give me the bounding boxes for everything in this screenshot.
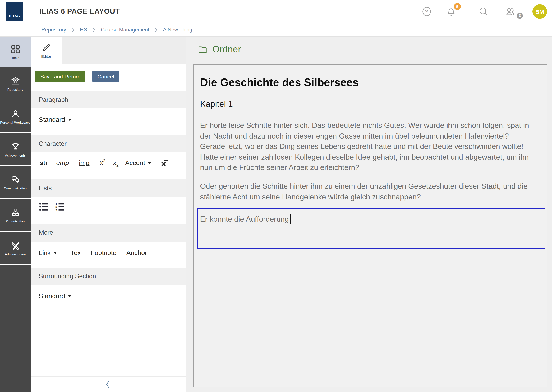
section-lists-header: Lists [31,179,186,197]
object-title: Ordner [212,44,241,55]
surrounding-style-value: Standard [39,293,65,300]
accent-dropdown[interactable]: Accent [125,159,151,167]
section-more-header: More [31,224,186,242]
cancel-button[interactable]: Cancel [92,71,119,82]
breadcrumb-separator-icon [155,27,158,32]
object-header: Ordner [197,44,241,55]
collapse-chevron-icon [105,379,111,389]
active-paragraph-edit-area[interactable]: Er konnte die Aufforderung [197,208,545,249]
section-paragraph-content: Standard [31,108,186,135]
bullet-list-icon [39,202,49,212]
bullet-list-button[interactable] [39,202,49,212]
edit-text: Er konnte die Aufforderung [200,215,289,223]
svg-text:?: ? [425,8,428,14]
section-surrounding-content: Standard [31,285,186,376]
sidebar-item-achievements[interactable]: Achievements [0,133,31,165]
content-area: Ordner Die Geschichte des Silbersees Kap… [186,37,552,392]
editor-tab-row: Editor [31,37,186,64]
contacts-badge: 3 [517,13,523,19]
trophy-icon [10,141,21,152]
logo-text: ILIAS [9,14,20,18]
sidebar-item-label: Repository [7,88,23,91]
link-dropdown[interactable]: Link [39,249,57,257]
person-icon [10,109,21,119]
important-button[interactable]: imp [79,159,89,167]
section-character-header: Character [31,135,186,152]
sidebar-item-repository[interactable]: Repository [0,67,31,99]
page-editor-canvas: Die Geschichte des Silbersees Kapitel 1 … [193,64,547,387]
breadcrumb-hs[interactable]: HS [80,27,87,33]
sidebar-item-personal-workspace[interactable]: Personal Workspace [0,100,31,133]
paragraph-component[interactable]: Oder gehörten die Schritte hinter ihm zu… [200,181,532,202]
paragraph-style-dropdown[interactable]: Standard [39,116,71,124]
breadcrumb-separator-icon [72,27,74,32]
notifications-badge: 5 [454,3,461,10]
numbered-list-button[interactable]: 1 2 3 [55,202,65,212]
anchor-button[interactable]: Anchor [126,249,147,257]
ilias-logo[interactable]: ILIAS [6,2,23,21]
help-icon[interactable]: ? [421,6,432,17]
save-and-return-button[interactable]: Save and Return [35,71,86,82]
crossed-tools-icon [10,240,21,251]
clear-format-icon [160,159,169,168]
breadcrumb-course-management[interactable]: Course Management [101,27,149,33]
top-bar: ILIAS ILIAS 6 PAGE LAYOUT ? 5 [0,0,552,23]
editor-slate: Editor Save and Return Cancel Paragraph … [31,37,186,392]
svg-text:1: 1 [55,202,57,205]
collapse-panel-button[interactable] [31,376,186,392]
search-icon[interactable] [478,6,489,17]
footnote-button[interactable]: Footnote [91,249,116,257]
sidebar-item-communication[interactable]: Communication [0,166,31,198]
svg-text:2: 2 [55,205,57,209]
contacts-icon[interactable] [505,6,516,17]
tab-editor[interactable]: Editor [31,37,62,64]
sidebar-item-label: Achievements [5,154,26,157]
main-sidebar: Tools Repository Personal Workspace [0,37,31,392]
folder-icon [197,44,208,55]
emphasis-button[interactable]: emp [56,159,69,167]
section-surrounding-header: Surrounding Section [31,268,186,285]
org-chart-icon [10,207,21,218]
sidebar-item-label: Administration [5,252,26,256]
sidebar-item-label: Organisation [6,220,25,223]
text-cursor [290,214,291,224]
paragraph-component[interactable]: Er hörte leise Schritte hinter sich. Das… [200,120,532,173]
numbered-list-icon: 1 2 3 [55,202,65,212]
subscript-button[interactable]: x2 [113,159,119,167]
sidebar-filler [0,265,31,392]
tex-button[interactable]: Tex [71,249,81,257]
chapter-heading[interactable]: Kapitel 1 [200,99,532,109]
chevron-down-icon [68,119,71,121]
sidebar-item-tools[interactable]: Tools [0,37,31,67]
sidebar-item-administration[interactable]: Administration [0,232,31,264]
breadcrumb-repository[interactable]: Repository [41,27,66,33]
avatar-initials: BM [535,8,544,15]
sidebar-item-label: Communication [4,187,27,190]
page-heading[interactable]: Die Geschichte des Silbersees [200,76,532,89]
breadcrumb: Repository HS Course Management A New Th… [0,23,552,37]
sidebar-item-organisation[interactable]: Organisation [0,199,31,231]
breadcrumb-a-new-thing[interactable]: A New Thing [163,27,192,33]
chevron-down-icon [148,162,151,164]
section-character-content: str emp imp x2 x2 Accent [31,152,186,179]
tab-editor-label: Editor [41,54,51,58]
user-avatar[interactable]: BM [532,4,547,19]
clear-format-button[interactable] [160,159,169,168]
page-title: ILIAS 6 PAGE LAYOUT [39,0,120,23]
paragraph-style-value: Standard [39,116,65,124]
svg-text:3: 3 [55,209,57,212]
chat-bubbles-icon [10,174,21,185]
breadcrumb-separator-icon [93,27,96,32]
surrounding-style-dropdown[interactable]: Standard [39,293,71,300]
editor-pencil-icon [41,42,51,53]
ilias-page-editor-screen: ILIAS ILIAS 6 PAGE LAYOUT ? 5 [0,0,552,392]
section-paragraph-header: Paragraph [31,91,186,108]
repository-building-icon [10,76,21,86]
superscript-button[interactable]: x2 [100,159,105,167]
strong-button[interactable]: str [39,159,48,167]
sidebar-item-label: Tools [12,56,19,60]
editor-actions: Save and Return Cancel [31,64,186,91]
section-more-content: Link Tex Footnote Anchor [31,242,186,268]
chevron-down-icon [68,295,71,297]
grid-icon [10,44,21,54]
